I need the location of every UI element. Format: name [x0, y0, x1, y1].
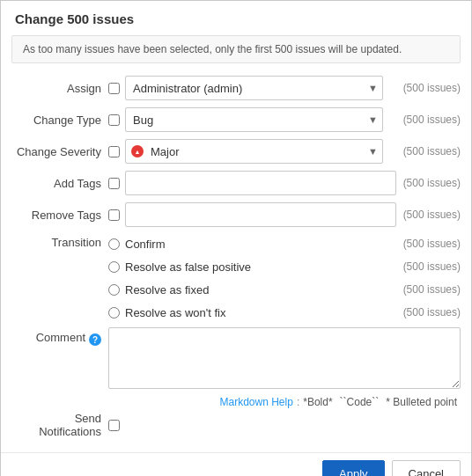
- notice-bar: As too many issues have been selected, o…: [11, 35, 461, 63]
- transition-fixed-label: Resolve as fixed: [125, 283, 209, 297]
- markdown-bullet-tip: * Bulleted point: [386, 396, 457, 408]
- change-type-count: (500 issues): [390, 114, 461, 126]
- send-notifications-row: Send Notifications: [11, 412, 461, 438]
- dialog-title: Change 500 issues: [1, 1, 471, 35]
- transition-confirm-label: Confirm: [125, 238, 166, 251]
- transition-label: Transition: [11, 232, 108, 249]
- comment-label-text: Comment: [36, 331, 85, 344]
- transition-false-positive-count: (500 issues): [390, 260, 461, 273]
- transition-false-positive-row: Resolve as false positive (500 issues): [108, 255, 461, 278]
- remove-tags-input[interactable]: [125, 202, 396, 227]
- markdown-help-bar: Markdown Help : *Bold* ``Code`` * Bullet…: [108, 392, 461, 412]
- transition-fixed-count: (500 issues): [390, 283, 461, 296]
- cancel-button[interactable]: Cancel: [392, 460, 461, 476]
- transition-wontfix-count: (500 issues): [390, 306, 461, 319]
- transition-confirm-radio[interactable]: [108, 238, 120, 250]
- add-tags-row: Add Tags (500 issues): [11, 169, 461, 197]
- assign-row: Assign Administrator (admin) ▼ (500 issu…: [11, 74, 461, 102]
- comment-label-wrap: Comment ?: [11, 327, 108, 346]
- send-notifications-label: Send Notifications: [11, 412, 108, 438]
- send-notifications-checkbox[interactable]: [108, 420, 120, 431]
- transition-fixed-radio[interactable]: [108, 284, 120, 296]
- remove-tags-row: Remove Tags (500 issues): [11, 201, 461, 229]
- remove-tags-count: (500 issues): [403, 209, 461, 221]
- change-type-select-wrap: Bug Feature Task ▼: [125, 107, 383, 132]
- form-body: Assign Administrator (admin) ▼ (500 issu…: [1, 70, 471, 452]
- change-severity-select[interactable]: Major Minor Critical Blocker: [125, 139, 383, 164]
- assign-select-wrap: Administrator (admin) ▼: [125, 76, 383, 100]
- add-tags-count: (500 issues): [403, 177, 461, 189]
- change-severity-label: Change Severity: [11, 145, 108, 158]
- change-severity-count: (500 issues): [390, 145, 461, 157]
- add-tags-checkbox[interactable]: [108, 178, 120, 189]
- add-tags-input[interactable]: [125, 171, 396, 195]
- change-type-row: Change Type Bug Feature Task ▼ (500 issu…: [11, 106, 461, 134]
- remove-tags-checkbox[interactable]: [108, 209, 120, 221]
- markdown-bold-tip: *Bold*: [303, 396, 332, 408]
- remove-tags-control-wrap: (500 issues): [125, 202, 461, 227]
- transition-confirm-count: (500 issues): [390, 238, 461, 250]
- change-severity-checkbox[interactable]: [108, 146, 120, 157]
- add-tags-control-wrap: (500 issues): [125, 171, 461, 195]
- change-type-control-wrap: Bug Feature Task ▼ (500 issues): [125, 107, 461, 132]
- change-type-select[interactable]: Bug Feature Task: [125, 107, 383, 132]
- change-type-label: Change Type: [11, 114, 108, 127]
- assign-select[interactable]: Administrator (admin): [125, 76, 383, 100]
- comment-textarea[interactable]: [108, 327, 461, 389]
- comment-help-icon[interactable]: ?: [89, 333, 101, 346]
- markdown-colon: :: [297, 396, 299, 408]
- change-issues-dialog: Change 500 issues As too many issues hav…: [0, 0, 472, 476]
- transition-wontfix-row: Resolve as won't fix (500 issues): [108, 301, 461, 324]
- add-tags-label: Add Tags: [11, 177, 108, 190]
- assign-count: (500 issues): [390, 82, 461, 94]
- transition-section: Transition Confirm (500 issues) Resolve …: [11, 232, 461, 324]
- change-type-checkbox[interactable]: [108, 114, 120, 126]
- change-severity-control-wrap: Major Minor Critical Blocker ▼ (500 issu…: [125, 139, 461, 164]
- transition-wontfix-label: Resolve as won't fix: [125, 306, 225, 319]
- assign-checkbox[interactable]: [108, 83, 120, 94]
- transition-confirm-row: Confirm (500 issues): [108, 232, 461, 255]
- assign-label: Assign: [11, 82, 108, 95]
- transition-false-positive-label: Resolve as false positive: [125, 260, 251, 274]
- remove-tags-label: Remove Tags: [11, 209, 108, 222]
- change-severity-row: Change Severity Major Minor Critical Blo…: [11, 137, 461, 165]
- markdown-code-tip: ``Code``: [340, 396, 380, 408]
- markdown-help-link[interactable]: Markdown Help: [220, 396, 293, 408]
- transition-options: Confirm (500 issues) Resolve as false po…: [108, 232, 461, 324]
- transition-wontfix-radio[interactable]: [108, 307, 120, 319]
- transition-fixed-row: Resolve as fixed (500 issues): [108, 278, 461, 301]
- apply-button[interactable]: Apply: [322, 460, 385, 476]
- comment-section: Comment ?: [11, 327, 461, 389]
- severity-select-container: Major Minor Critical Blocker ▼: [125, 139, 383, 164]
- dialog-footer: Apply Cancel: [1, 452, 471, 476]
- transition-false-positive-radio[interactable]: [108, 261, 120, 273]
- assign-control-wrap: Administrator (admin) ▼ (500 issues): [125, 76, 461, 100]
